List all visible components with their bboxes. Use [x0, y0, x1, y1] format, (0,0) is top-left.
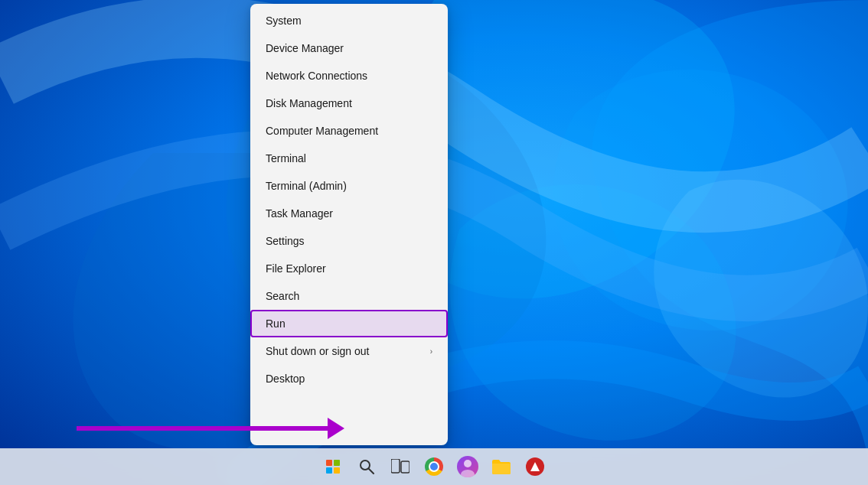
menu-item-settings[interactable]: Settings — [250, 227, 448, 255]
avatar-icon — [457, 456, 478, 477]
arrow-line — [77, 426, 328, 431]
svg-rect-3 — [391, 459, 400, 473]
menu-item-shut-down[interactable]: Shut down or sign out› — [250, 337, 448, 365]
menu-item-label-run: Run — [266, 317, 286, 330]
menu-item-label-desktop: Desktop — [266, 373, 305, 385]
app-red-logo — [529, 461, 541, 473]
app-red-icon — [526, 457, 544, 476]
context-menu: SystemDevice ManagerNetwork ConnectionsD… — [250, 4, 448, 445]
desktop: SystemDevice ManagerNetwork ConnectionsD… — [0, 0, 868, 485]
win-quad-yellow — [334, 467, 340, 474]
menu-item-label-network-connections: Network Connections — [266, 70, 367, 82]
menu-item-file-explorer[interactable]: File Explorer — [250, 255, 448, 282]
menu-item-label-task-manager: Task Manager — [266, 207, 333, 220]
svg-point-1 — [361, 461, 370, 470]
svg-line-2 — [369, 469, 374, 474]
folder-icon — [491, 458, 511, 475]
menu-item-label-computer-management: Computer Management — [266, 125, 378, 137]
win-quad-blue — [326, 467, 332, 474]
menu-item-label-search: Search — [266, 290, 299, 302]
menu-item-network-connections[interactable]: Network Connections — [250, 62, 448, 90]
menu-item-computer-management[interactable]: Computer Management — [250, 117, 448, 145]
win-quad-green — [334, 460, 340, 466]
profile-button[interactable] — [452, 451, 483, 482]
menu-item-run[interactable]: Run — [250, 310, 448, 337]
menu-item-terminal-admin[interactable]: Terminal (Admin) — [250, 172, 448, 200]
svg-rect-4 — [401, 461, 410, 473]
menu-item-label-disk-management: Disk Management — [266, 97, 352, 109]
search-taskbar-button[interactable] — [351, 451, 382, 482]
menu-item-device-manager[interactable]: Device Manager — [250, 34, 448, 62]
menu-item-terminal[interactable]: Terminal — [250, 145, 448, 172]
menu-item-desktop[interactable]: Desktop — [250, 365, 448, 392]
svg-point-5 — [464, 460, 472, 467]
avatar-image — [457, 456, 478, 477]
menu-item-task-manager[interactable]: Task Manager — [250, 200, 448, 227]
search-icon — [359, 459, 374, 474]
menu-item-search[interactable]: Search — [250, 282, 448, 310]
app-red-button[interactable] — [520, 451, 550, 482]
menu-item-label-system: System — [266, 15, 302, 27]
svg-point-6 — [461, 470, 475, 477]
menu-item-label-terminal: Terminal — [266, 152, 306, 164]
task-view-icon — [391, 459, 410, 474]
windows-logo — [326, 460, 340, 474]
taskbar — [0, 448, 868, 485]
chrome-button[interactable] — [419, 451, 449, 482]
menu-item-label-terminal-admin: Terminal (Admin) — [266, 180, 347, 192]
chrome-icon — [425, 457, 443, 476]
arrow-head — [328, 418, 344, 439]
task-view-button[interactable] — [385, 451, 416, 482]
menu-item-label-file-explorer: File Explorer — [266, 262, 326, 275]
menu-item-system[interactable]: System — [250, 7, 448, 34]
submenu-arrow-icon: › — [430, 347, 432, 356]
menu-item-disk-management[interactable]: Disk Management — [250, 90, 448, 117]
menu-item-label-settings: Settings — [266, 235, 305, 247]
menu-item-label-device-manager: Device Manager — [266, 42, 344, 54]
menu-item-label-shut-down: Shut down or sign out — [266, 345, 369, 357]
win-quad-red — [326, 460, 332, 466]
arrow-annotation — [77, 418, 344, 439]
start-button[interactable] — [318, 451, 348, 482]
file-explorer-button[interactable] — [486, 451, 517, 482]
